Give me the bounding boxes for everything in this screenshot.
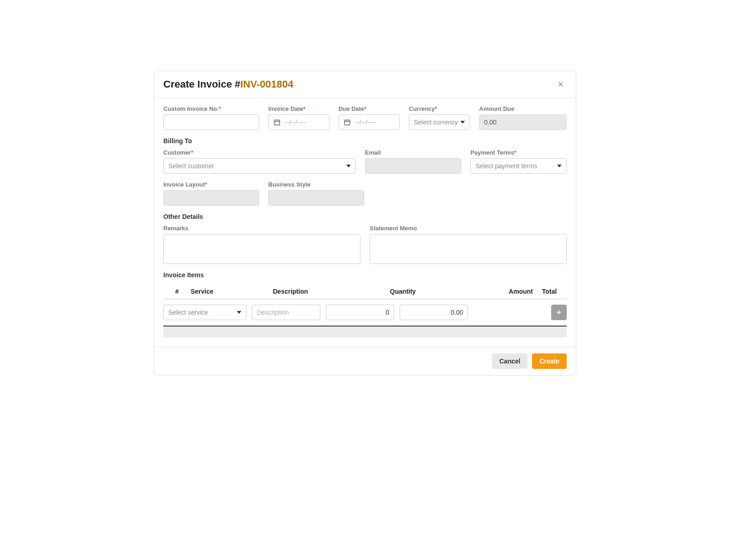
create-button[interactable]: Create <box>532 353 567 369</box>
label-text: Currency <box>409 105 435 112</box>
payment-terms-select[interactable]: Select payment terms <box>470 158 567 174</box>
label-text: Payment Terms <box>470 149 514 156</box>
calendar-icon <box>273 119 281 126</box>
chevron-down-icon <box>346 165 351 167</box>
invoice-date-field: Invoice Date* <box>268 105 329 130</box>
item-service-select[interactable]: Select service <box>163 305 246 320</box>
plus-icon <box>555 309 563 316</box>
item-description-input[interactable] <box>252 305 320 320</box>
currency-select[interactable]: Select currency <box>409 114 470 130</box>
currency-placeholder: Select currency <box>414 119 458 126</box>
item-amount-input[interactable] <box>400 305 468 320</box>
modal-footer: Cancel Create <box>154 347 576 375</box>
required-marker: * <box>364 105 366 112</box>
remarks-textarea[interactable] <box>163 234 360 264</box>
other-details-heading: Other Details <box>163 213 567 220</box>
items-table-header: # Service Description Quantity Amount To… <box>163 283 567 299</box>
calendar-icon <box>344 119 351 126</box>
billing-row-2: Invoice Layout* Business Style <box>163 181 567 206</box>
invoice-items-table: # Service Description Quantity Amount To… <box>163 283 567 337</box>
items-footer-bar <box>163 327 567 337</box>
modal-header: Create Invoice #INV-001804 <box>154 71 576 98</box>
business-style-field: Business Style <box>268 181 364 206</box>
item-quantity-input[interactable] <box>326 305 394 320</box>
invoice-date-label: Invoice Date* <box>268 105 329 112</box>
amount-due-value: 0.00 <box>479 114 567 130</box>
col-service: Service <box>191 288 273 295</box>
due-date-input-wrap[interactable] <box>339 114 400 130</box>
invoice-layout-field: Invoice Layout* <box>163 181 259 206</box>
custom-invoice-no-field: Custom Invoice No.* <box>163 105 259 130</box>
col-total: Total <box>542 288 584 295</box>
due-date-field: Due Date* <box>339 105 400 130</box>
statement-memo-field: Statement Memo <box>370 225 567 264</box>
statement-memo-textarea[interactable] <box>370 234 567 264</box>
remarks-field: Remarks <box>163 225 360 264</box>
item-service-placeholder: Select service <box>168 309 208 316</box>
payment-terms-label: Payment Terms* <box>470 149 567 156</box>
required-marker: * <box>435 105 437 112</box>
create-invoice-modal: Create Invoice #INV-001804 Custom Invoic… <box>154 71 576 376</box>
invoice-items-heading: Invoice Items <box>163 271 567 279</box>
label-text: Due Date <box>339 105 364 112</box>
svg-rect-6 <box>344 120 350 125</box>
payment-terms-placeholder: Select payment terms <box>475 162 537 170</box>
modal-body: Custom Invoice No.* Invoice Date* Due Da… <box>154 98 576 347</box>
business-style-value <box>268 190 364 206</box>
label-text: Invoice Date <box>268 105 303 112</box>
invoice-number: INV-001804 <box>240 78 293 90</box>
customer-placeholder: Select customer <box>168 162 214 170</box>
other-details-row: Remarks Statement Memo <box>163 225 567 264</box>
email-field: Email <box>365 149 461 174</box>
chevron-down-icon <box>237 311 241 314</box>
chevron-down-icon <box>460 121 465 124</box>
customer-select[interactable]: Select customer <box>163 158 356 174</box>
custom-invoice-no-input[interactable] <box>163 114 259 130</box>
required-marker: * <box>191 149 193 156</box>
customer-field: Customer* Select customer <box>163 149 356 174</box>
chevron-down-icon <box>557 165 562 167</box>
required-marker: * <box>514 149 516 156</box>
email-value <box>365 158 461 174</box>
email-label: Email <box>365 149 461 156</box>
items-table-row: Select service <box>163 299 567 327</box>
col-number: # <box>163 288 191 295</box>
invoice-layout-label: Invoice Layout* <box>163 181 259 188</box>
title-prefix: Create Invoice # <box>163 78 240 90</box>
close-icon <box>557 80 565 88</box>
billing-to-heading: Billing To <box>163 137 567 145</box>
label-text: Customer <box>163 149 191 156</box>
top-fields-row: Custom Invoice No.* Invoice Date* Due Da… <box>163 105 567 130</box>
cancel-button[interactable]: Cancel <box>492 353 527 369</box>
invoice-layout-value <box>163 190 259 206</box>
close-button[interactable] <box>555 78 567 90</box>
required-marker: * <box>205 181 207 188</box>
business-style-label: Business Style <box>268 181 364 188</box>
payment-terms-field: Payment Terms* Select payment terms <box>470 149 567 174</box>
amount-due-label: Amount Due <box>479 105 567 112</box>
currency-label: Currency* <box>409 105 470 112</box>
currency-field: Currency* Select currency <box>409 105 470 130</box>
add-item-button[interactable] <box>551 305 567 320</box>
invoice-date-input-wrap[interactable] <box>268 114 329 130</box>
svg-rect-2 <box>274 120 280 125</box>
customer-label: Customer* <box>163 149 356 156</box>
modal-title: Create Invoice #INV-001804 <box>163 78 293 90</box>
statement-memo-label: Statement Memo <box>370 225 567 232</box>
col-quantity: Quantity <box>364 288 442 295</box>
required-marker: * <box>303 105 306 112</box>
col-amount: Amount <box>442 288 542 295</box>
billing-row-1: Customer* Select customer Email Payment … <box>163 149 567 174</box>
required-marker: * <box>219 105 221 112</box>
amount-due-field: Amount Due 0.00 <box>479 105 567 130</box>
remarks-label: Remarks <box>163 225 360 232</box>
custom-invoice-no-label: Custom Invoice No.* <box>163 105 259 112</box>
label-text: Custom Invoice No. <box>163 105 219 112</box>
due-date-label: Due Date* <box>339 105 400 112</box>
col-description: Description <box>273 288 364 295</box>
label-text: Invoice Layout <box>163 181 205 188</box>
